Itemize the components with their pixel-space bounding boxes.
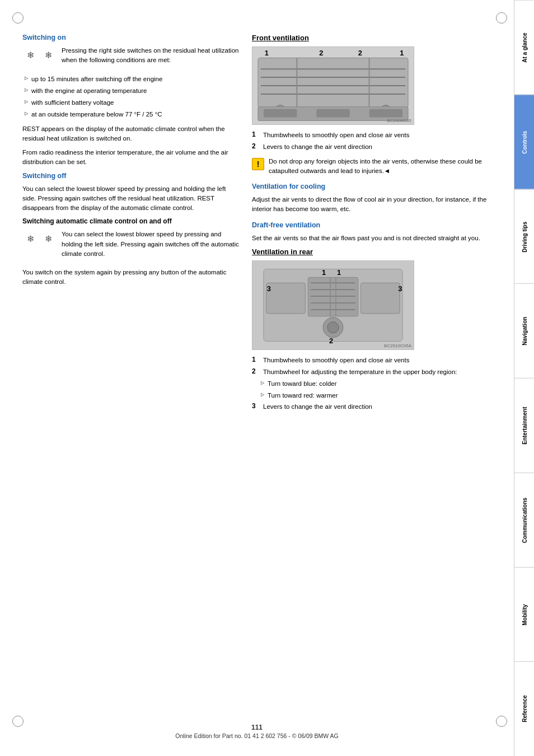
switching-on-icon-row: ❄ ❄ Pressing the right side switches on … [22, 46, 241, 70]
switching-auto-icon-body: You can select the lowest blower speed b… [62, 230, 241, 259]
sub-bullet-text-1: Turn toward blue: colder [268, 379, 337, 389]
snowflake-icon-auto-2: ❄ [40, 231, 56, 246]
sidebar-tab-label-reference: Reference [521, 696, 527, 722]
front-vent-num-2: 2 [252, 142, 260, 152]
snowflake-icons-auto: ❄ ❄ [22, 231, 56, 263]
snowflake-icon-2: ❄ [40, 47, 56, 63]
bullet-triangle-3: ▷ [25, 99, 28, 108]
warning-box: ! Do not drop any foreign objects into t… [252, 157, 503, 176]
page-footer: 111 Online Edition for Part no. 01 41 2 … [0, 724, 514, 739]
rear-vent-text-3: Levers to change the air vent direction [263, 402, 372, 412]
ventilation-cooling-section: Ventilation for cooling Adjust the air v… [252, 183, 503, 214]
rear-vent-image: 1 1 2 3 3 BC2510C05A [252, 260, 414, 350]
rear-vent-svg: 1 1 2 3 3 [252, 260, 414, 350]
svg-text:1: 1 [337, 268, 341, 277]
snowflake-icon-auto-1: ❄ [22, 231, 38, 246]
switching-off-heading: Switching off [22, 172, 241, 180]
img-code-front: BC2000C05 [387, 118, 411, 123]
front-vent-svg: 1 2 2 1 [252, 46, 414, 125]
rear-vent-item-3: 3 Levers to change the air vent directio… [252, 402, 503, 412]
svg-rect-15 [264, 109, 297, 118]
bullet-2: ▷ with the engine at operating temperatu… [22, 86, 241, 96]
svg-text:1: 1 [400, 49, 404, 57]
switching-on-icon-text: Pressing the right side switches on the … [62, 46, 241, 66]
draft-free-section: Draft-free ventilation Set the air vents… [252, 221, 503, 243]
bullet-triangle-1: ▷ [25, 76, 28, 84]
sidebar-tab-label-mobility: Mobility [521, 604, 527, 625]
sidebar-tab-label-communications: Communications [521, 497, 527, 543]
sidebar-tab-label-controls: Controls [521, 130, 527, 153]
front-vent-text-1: Thumbwheels to smoothly open and close a… [263, 130, 409, 140]
svg-point-31 [327, 322, 339, 333]
bullet-1: ▷ up to 15 minutes after switching off t… [22, 74, 241, 84]
ventilation-rear-heading: Ventilation in rear [252, 248, 503, 256]
front-vent-item-1: 1 Thumbwheels to smoothly open and close… [252, 130, 503, 140]
switching-on-heading: Switching on [22, 34, 241, 41]
sidebar-tab-at-a-glance[interactable]: At a glance [514, 0, 535, 95]
svg-text:3: 3 [267, 284, 271, 293]
switching-on-body1: REST appears on the display of the autom… [22, 124, 241, 144]
rear-vent-num-2: 2 [252, 367, 260, 377]
main-content: Switching on ❄ ❄ Pressing the right side… [0, 0, 514, 756]
rear-vent-num-1: 1 [252, 356, 260, 365]
ventilation-rear-section: Ventilation in rear [252, 248, 503, 412]
svg-rect-17 [369, 109, 403, 118]
bullet-text-1: up to 15 minutes after switching off the… [31, 74, 162, 84]
switching-on-section: Switching on ❄ ❄ Pressing the right side… [22, 34, 241, 167]
switching-auto-section: Switching automatic climate control on a… [22, 217, 241, 287]
bullet-text-2: with the engine at operating temperature [31, 86, 147, 96]
draft-free-body: Set the air vents so that the air flows … [252, 234, 503, 243]
sub-bullet-triangle-2: ▷ [261, 392, 264, 400]
bullet-4: ▷ at an outside temperature below 77 °F … [22, 110, 241, 119]
switching-off-section: Switching off You can select the lowest … [22, 172, 241, 213]
sidebar-tab-entertainment[interactable]: Entertainment [514, 378, 535, 473]
sub-bullet-text-2: Turn toward red: warmer [268, 391, 338, 400]
rear-vent-num-3: 3 [252, 402, 260, 412]
right-column: Front ventilation [252, 34, 503, 711]
draft-free-heading: Draft-free ventilation [252, 221, 503, 229]
corner-mark-tr [496, 12, 507, 24]
sidebar: At a glance Controls Driving tips Naviga… [514, 0, 534, 756]
ventilation-cooling-heading: Ventilation for cooling [252, 183, 503, 190]
left-column: Switching on ❄ ❄ Pressing the right side… [22, 34, 241, 711]
svg-text:2: 2 [358, 49, 362, 57]
switching-auto-icon-row: ❄ ❄ You can select the lowest blower spe… [22, 230, 241, 263]
front-vent-image: 1 2 2 1 BC2000C05 [252, 46, 414, 125]
svg-rect-16 [316, 109, 350, 118]
rear-sub-bullet-2: ▷ Turn toward red: warmer [252, 391, 503, 400]
sub-bullet-triangle-1: ▷ [261, 380, 264, 389]
svg-rect-29 [361, 283, 400, 314]
front-vent-num-1: 1 [252, 130, 260, 140]
img-code-rear: BC2510C05A [384, 343, 411, 348]
switching-auto-body2: You switch on the system again by pressi… [22, 268, 241, 287]
bullet-triangle-2: ▷ [25, 87, 28, 96]
corner-mark-tl [12, 12, 24, 24]
rear-vent-item-1: 1 Thumbwheels to smoothly open and close… [252, 356, 503, 365]
sidebar-tab-label-entertainment: Entertainment [521, 407, 527, 444]
svg-text:3: 3 [398, 284, 402, 293]
sidebar-tab-controls[interactable]: Controls [514, 95, 535, 189]
front-ventilation-section: Front ventilation [252, 34, 503, 176]
sidebar-tab-navigation[interactable]: Navigation [514, 283, 535, 378]
front-vent-item-2: 2 Levers to change the air vent directio… [252, 142, 503, 152]
svg-text:1: 1 [265, 49, 269, 57]
switching-on-body2: From radio readiness the interior temper… [22, 148, 241, 167]
footer-text: Online Edition for Part no. 01 41 2 602 … [0, 732, 514, 739]
page: Switching on ❄ ❄ Pressing the right side… [0, 0, 534, 756]
bullet-text-4: at an outside temperature below 77 °F / … [31, 110, 162, 119]
sidebar-tab-reference[interactable]: Reference [514, 661, 535, 756]
snowflake-icon-1: ❄ [22, 47, 38, 63]
switching-off-body: You can select the lowest blower speed b… [22, 184, 241, 213]
front-ventilation-heading: Front ventilation [252, 34, 503, 42]
warning-icon: ! [252, 158, 264, 170]
sidebar-tab-driving-tips[interactable]: Driving tips [514, 189, 535, 284]
svg-rect-1 [258, 58, 408, 108]
bullet-3: ▷ with sufficient battery voltage [22, 98, 241, 108]
snowflake-icons: ❄ ❄ [22, 47, 56, 70]
svg-text:2: 2 [319, 49, 323, 57]
svg-text:2: 2 [329, 336, 333, 344]
page-number: 111 [0, 724, 514, 731]
sidebar-tab-communications[interactable]: Communications [514, 473, 535, 567]
switching-auto-heading: Switching automatic climate control on a… [22, 217, 241, 225]
sidebar-tab-mobility[interactable]: Mobility [514, 567, 535, 662]
